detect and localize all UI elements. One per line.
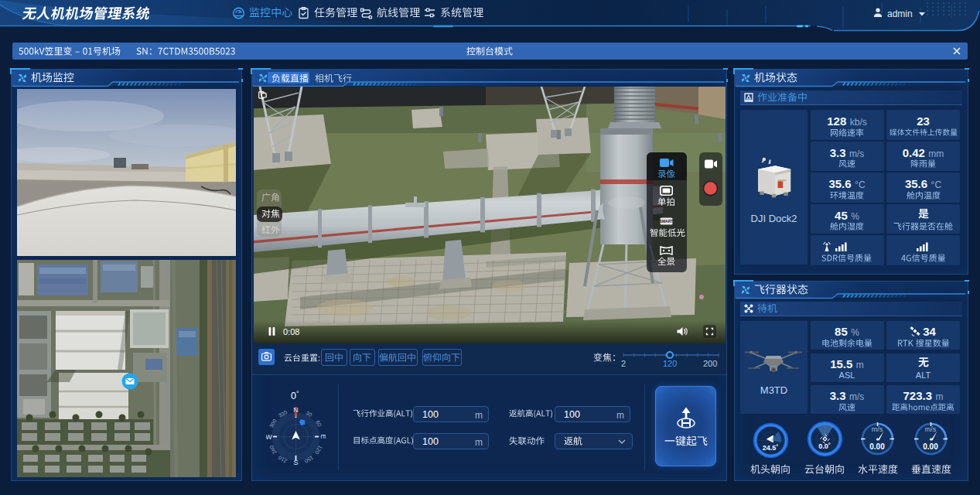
svg-text:W: W: [266, 433, 272, 441]
svg-text:N: N: [293, 407, 299, 414]
svg-text:E: E: [319, 434, 326, 439]
svg-text:S: S: [293, 459, 298, 466]
svg-text:SMART: SMART: [660, 219, 673, 224]
